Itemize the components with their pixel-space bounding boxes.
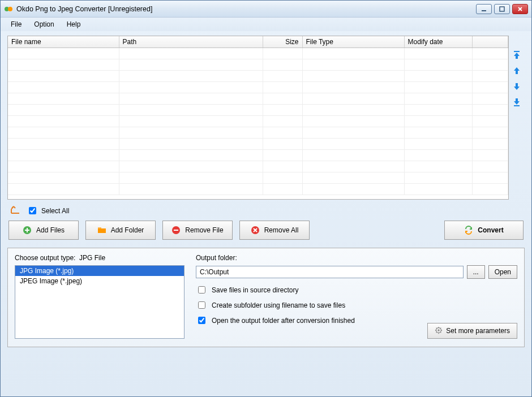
table-row — [8, 150, 508, 161]
table-row — [8, 184, 508, 195]
output-type-label: Choose output type: JPG File — [15, 254, 185, 262]
table-row — [8, 161, 508, 172]
open-after-label: Open the output folder after conversion … — [212, 317, 355, 325]
open-after-checkbox[interactable] — [198, 317, 205, 324]
select-all-checkbox[interactable]: Select All — [27, 205, 69, 216]
move-down-button[interactable] — [511, 81, 522, 92]
svg-rect-9 — [174, 230, 178, 231]
create-subfolder-option[interactable]: Create subfolder using filename to save … — [196, 300, 517, 310]
select-all-label: Select All — [41, 207, 69, 215]
menu-file[interactable]: File — [5, 19, 27, 30]
svg-point-12 — [438, 329, 440, 331]
minimize-button[interactable] — [476, 4, 492, 14]
app-icon — [4, 5, 13, 14]
table-row — [8, 59, 508, 71]
select-all-input[interactable] — [29, 207, 36, 214]
add-folder-button[interactable]: Add Folder — [85, 221, 156, 240]
svg-rect-5 — [514, 105, 520, 106]
column-header-modify[interactable]: Modify date — [404, 36, 472, 48]
output-type-list[interactable]: JPG Image (*.jpg) JPEG Image (*.jpeg) — [15, 265, 185, 339]
gear-icon — [435, 326, 443, 336]
create-subfolder-label: Create subfolder using filename to save … — [212, 301, 345, 309]
set-parameters-button[interactable]: Set more parameters — [427, 323, 517, 339]
type-item-jpeg[interactable]: JPEG Image (*.jpeg) — [15, 276, 184, 286]
column-header-filetype[interactable]: File Type — [302, 36, 404, 48]
column-header-filename[interactable]: File name — [8, 36, 119, 48]
svg-rect-7 — [98, 227, 101, 228]
maximize-button[interactable] — [494, 4, 510, 14]
remove-file-button[interactable]: Remove File — [162, 221, 233, 240]
svg-rect-4 — [514, 51, 520, 52]
create-subfolder-checkbox[interactable] — [198, 301, 205, 309]
add-files-label: Add Files — [36, 226, 65, 234]
window-title: Okdo Png to Jpeg Converter [Unregistered… — [16, 5, 476, 13]
remove-all-button[interactable]: Remove All — [239, 221, 310, 240]
table-row — [8, 93, 508, 105]
menu-bar: File Option Help — [1, 18, 531, 31]
svg-rect-3 — [500, 7, 504, 11]
table-row — [8, 139, 508, 150]
table-row — [8, 172, 508, 184]
close-button[interactable] — [512, 4, 528, 14]
column-header-extra[interactable] — [472, 36, 508, 48]
minus-icon — [171, 226, 181, 235]
set-parameters-label: Set more parameters — [446, 327, 510, 335]
add-folder-label: Add Folder — [111, 226, 144, 234]
convert-icon — [464, 226, 473, 235]
table-row — [8, 82, 508, 93]
column-header-path[interactable]: Path — [119, 36, 263, 48]
svg-point-1 — [8, 7, 12, 11]
title-bar: Okdo Png to Jpeg Converter [Unregistered… — [1, 1, 531, 18]
up-folder-icon[interactable] — [11, 206, 21, 216]
folder-icon — [97, 226, 106, 235]
x-icon — [251, 226, 260, 235]
convert-label: Convert — [478, 226, 503, 234]
move-bottom-button[interactable] — [511, 97, 522, 108]
type-item-jpg[interactable]: JPG Image (*.jpg) — [15, 266, 184, 276]
table-row — [8, 116, 508, 127]
output-folder-label: Output folder: — [196, 254, 517, 262]
plus-icon — [23, 226, 32, 235]
open-folder-button[interactable]: Open — [488, 265, 517, 279]
add-files-button[interactable]: Add Files — [8, 221, 79, 240]
save-source-label: Save files in source directory — [212, 286, 298, 294]
file-list[interactable]: File name Path Size File Type Modify dat… — [7, 36, 509, 200]
menu-help[interactable]: Help — [61, 19, 87, 30]
move-top-button[interactable] — [511, 49, 522, 61]
table-row — [8, 48, 508, 59]
svg-rect-2 — [482, 10, 486, 11]
column-header-size[interactable]: Size — [263, 36, 302, 48]
browse-button[interactable]: ... — [467, 265, 485, 279]
remove-file-label: Remove File — [185, 226, 223, 234]
convert-button[interactable]: Convert — [444, 221, 524, 240]
output-folder-input[interactable] — [196, 266, 464, 278]
save-source-checkbox[interactable] — [198, 286, 205, 294]
menu-option[interactable]: Option — [28, 19, 59, 30]
move-up-button[interactable] — [511, 65, 522, 76]
table-row — [8, 105, 508, 116]
table-row — [8, 71, 508, 82]
remove-all-label: Remove All — [264, 226, 299, 234]
save-source-option[interactable]: Save files in source directory — [196, 284, 517, 295]
table-row — [8, 127, 508, 139]
